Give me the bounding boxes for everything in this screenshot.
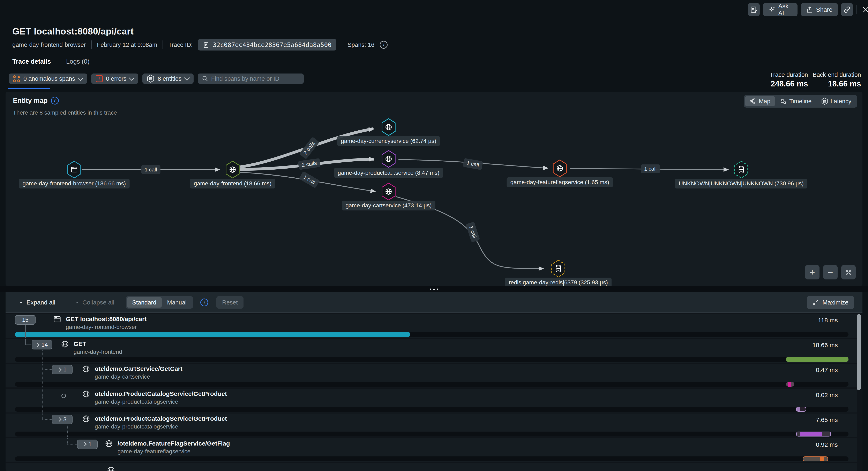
entity-node-redis[interactable] (551, 260, 565, 277)
span-name[interactable]: oteldemo.ProductCatalogService/GetProduc… (95, 390, 227, 397)
entity-node-label[interactable]: game-day-frontend-browser (136.66 ms) (19, 179, 130, 189)
map-zoom-in-button[interactable]: + (805, 265, 819, 279)
entity-node-productcatalogservice[interactable] (381, 150, 396, 168)
entity-node-label[interactable]: game-day-productca...service (8.47 ms) (334, 168, 443, 178)
actions-divider (856, 5, 857, 14)
panel-resize-handle[interactable] (0, 286, 868, 292)
waterfall-scrollbar[interactable] (857, 314, 861, 390)
tree-connector (25, 339, 26, 344)
tab-trace-details[interactable]: Trace details (12, 58, 51, 65)
span-bar[interactable] (786, 357, 848, 362)
tab-border (0, 89, 868, 89)
globe-icon (82, 365, 90, 373)
spans-info-icon[interactable]: i (380, 41, 388, 49)
entity-map-edges (5, 92, 863, 286)
entity-node-frontend-browser[interactable] (67, 161, 81, 178)
entities-filter[interactable]: 8 entities (143, 73, 193, 84)
ask-ai-label: Ask AI (778, 3, 792, 16)
entity-node-label[interactable]: game-day-featureflagservice (1.65 ms) (507, 177, 613, 187)
span-duration: 0.02 ms (816, 392, 838, 399)
chevron-up-icon (74, 300, 80, 305)
entity-node-label[interactable]: game-day-frontend (18.66 ms) (190, 179, 275, 189)
maximize-button[interactable]: Maximize (807, 296, 854, 309)
span-bar[interactable] (796, 432, 831, 437)
entity-node-unknown-database[interactable] (734, 161, 748, 178)
reset-button[interactable]: Reset (216, 296, 244, 309)
entity-node-cartservice[interactable] (381, 183, 396, 200)
anomalous-spans-filter[interactable]: 0 anomalous spans (9, 73, 87, 84)
span-row: 3 oteldemo.ProductCatalogService/GetProd… (5, 413, 857, 437)
notes-button[interactable] (748, 3, 760, 16)
leaf-span-marker (61, 394, 66, 398)
trace-id-chip[interactable]: 32c087ec434bce28367e5a684da8a500 (198, 39, 336, 51)
entity-node-label[interactable]: redis|game-day-redis|6379 (325.93 µs) (505, 278, 612, 286)
span-bar[interactable] (803, 457, 828, 461)
globe-icon (105, 440, 113, 448)
span-children-badge[interactable]: 1 (77, 440, 98, 449)
close-button[interactable] (860, 5, 868, 14)
map-fit-view-button[interactable] (841, 265, 856, 279)
entity-node-label[interactable]: game-day-cartservice (473.14 µs) (342, 201, 435, 210)
anomalous-spans-icon (13, 75, 20, 82)
drag-handle-dots (430, 289, 438, 290)
browser-icon (53, 315, 61, 324)
copy-link-button[interactable] (841, 3, 853, 16)
trace-duration-block: Trace duration 248.66 ms (770, 71, 808, 88)
trace-duration-value: 248.66 ms (770, 79, 808, 88)
span-duration: 0.92 ms (816, 441, 838, 448)
span-duration: 0.47 ms (816, 367, 838, 373)
entity-node-label[interactable]: game-day-currencyservice (62.74 µs) (337, 136, 440, 146)
search-input[interactable] (211, 75, 300, 82)
backend-duration-block: Back-end duration 18.66 ms (813, 71, 861, 88)
entity-node-frontend[interactable] (226, 161, 240, 178)
maximize-icon (812, 299, 819, 306)
span-children-badge[interactable]: 14 (32, 340, 52, 349)
globe-icon (61, 340, 69, 348)
span-name[interactable]: oteldemo.ProductCatalogService/GetProduc… (95, 415, 227, 422)
span-children-badge[interactable]: 3 (52, 415, 72, 424)
mode-info-icon[interactable]: i (200, 299, 208, 306)
collapse-all-label: Collapse all (83, 299, 114, 306)
entity-node-label[interactable]: UNKNOWN|UNKNOWN|UNKNOWN (730.96 µs) (675, 179, 807, 189)
toolbar-divider (65, 298, 65, 307)
span-name[interactable]: oteldemo.CartService/GetCart (95, 365, 183, 372)
expand-all-button[interactable]: Expand all (18, 299, 55, 306)
span-children-badge[interactable]: 15 (15, 315, 36, 325)
chevron-right-icon (57, 368, 61, 372)
ask-ai-button[interactable]: Ask AI (763, 3, 798, 16)
edge-call-count: 1 call (142, 165, 160, 174)
backend-duration-label: Back-end duration (813, 71, 861, 78)
chevron-down-icon (184, 75, 190, 81)
entity-node-currencyservice[interactable] (381, 118, 396, 136)
waterfall-toolbar: Expand all Collapse all Standard Manual … (5, 292, 863, 313)
notes-icon (750, 6, 758, 13)
span-track (15, 382, 848, 386)
span-name[interactable]: /oteldemo.FeatureFlagService/GetFlag (118, 440, 230, 447)
span-duration: 18.66 ms (812, 342, 838, 349)
entity-node-featureflagservice[interactable] (553, 160, 567, 177)
span-children-badge[interactable]: 1 (52, 365, 72, 374)
mode-standard-button[interactable]: Standard (127, 297, 162, 308)
span-bar[interactable] (796, 407, 806, 412)
span-name[interactable]: GET (73, 340, 86, 347)
span-bar[interactable] (786, 382, 794, 386)
share-button[interactable]: Share (801, 3, 838, 16)
tab-bar: Trace details Logs (0) (12, 58, 90, 65)
tree-connector (67, 425, 68, 437)
span-row: 1 oteldemo.CartService/GetCart game-day-… (5, 364, 857, 388)
chevron-down-icon (129, 75, 134, 81)
database-icon (738, 166, 745, 173)
sparkle-icon (768, 6, 775, 13)
globe-icon (385, 188, 392, 195)
span-name[interactable]: GET localhost:8080/api/cart (66, 315, 147, 323)
tab-logs[interactable]: Logs (0) (66, 58, 90, 65)
mode-manual-button[interactable]: Manual (162, 297, 192, 308)
browser-icon (70, 166, 78, 173)
meta-divider (162, 40, 163, 49)
search-icon (202, 75, 208, 82)
errors-filter[interactable]: ! 0 errors (91, 73, 138, 84)
map-zoom-out-button[interactable]: − (823, 265, 838, 279)
span-bar[interactable] (15, 332, 410, 337)
badge-count: 1 (88, 441, 92, 447)
collapse-all-button[interactable]: Collapse all (74, 299, 114, 306)
